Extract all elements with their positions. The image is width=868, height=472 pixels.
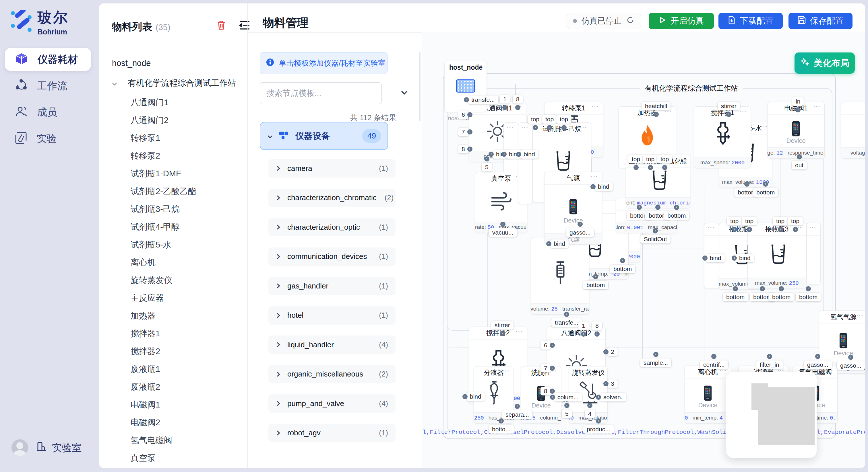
- port-dot-icon[interactable]: ‹: [797, 154, 802, 160]
- port-3[interactable]: 3‹: [608, 379, 618, 388]
- port-dot-icon[interactable]: ‹: [848, 355, 854, 360]
- port-dot-icon[interactable]: ›: [500, 331, 505, 336]
- port-dot-icon[interactable]: ›: [515, 105, 520, 110]
- tree-item[interactable]: 旋转蒸发仪: [131, 275, 172, 286]
- node-menu-icon[interactable]: ⋯: [502, 367, 510, 375]
- port-gasso[interactable]: gasso...‹: [566, 228, 594, 237]
- flow-canvas[interactable]: 有机化学流程综合测试工作站 host_no... l,FilterProtoco…: [422, 32, 865, 468]
- port-colum[interactable]: colum...‹: [554, 393, 582, 401]
- port-heatchill[interactable]: heatchill›: [642, 102, 671, 110]
- port-vacuu[interactable]: vacuu...‹: [489, 228, 517, 237]
- port-dot-icon[interactable]: ‹: [732, 256, 737, 261]
- port-dot-icon[interactable]: ›: [550, 366, 555, 371]
- port-dot-icon[interactable]: ›: [467, 129, 472, 134]
- port-bottom[interactable]: bottom‹: [753, 188, 778, 197]
- node-menu-icon[interactable]: ⋯: [596, 367, 604, 375]
- port-dot-icon[interactable]: ‹: [763, 181, 768, 187]
- category-liquid_handler[interactable]: liquid_handler(4): [268, 336, 396, 354]
- category-camera[interactable]: camera(1): [268, 159, 396, 177]
- tree-item[interactable]: 八通阀门2: [131, 115, 168, 126]
- tree-item[interactable]: 搅拌器2: [131, 346, 160, 357]
- node-menu-icon[interactable]: ⋯: [813, 102, 821, 111]
- port-top[interactable]: top›: [727, 217, 742, 225]
- category-hotel[interactable]: hotel(1): [268, 306, 396, 325]
- port-dot-icon[interactable]: ›: [747, 227, 752, 232]
- port-top[interactable]: top›: [657, 155, 672, 164]
- category-characterization_chromatic[interactable]: characterization_chromatic(2): [268, 189, 396, 207]
- port-dot-icon[interactable]: ›: [662, 165, 668, 170]
- port-dot-icon[interactable]: ‹: [637, 205, 642, 210]
- port-5[interactable]: 5‹: [482, 163, 492, 171]
- tree-item-host-node[interactable]: host_node: [112, 59, 151, 68]
- port-dot-icon[interactable]: ‹: [702, 256, 708, 261]
- port-top[interactable]: top›: [542, 115, 557, 124]
- tree-item[interactable]: 电磁阀1: [131, 399, 160, 411]
- port-dot-icon[interactable]: ‹: [603, 349, 609, 355]
- port-top[interactable]: top›: [773, 217, 788, 225]
- category-organic_miscellaneous[interactable]: organic_miscellaneous(2): [268, 365, 396, 383]
- save-config-button[interactable]: 保存配置: [788, 13, 852, 29]
- tree-item[interactable]: 试剂瓶1-DMF: [131, 168, 181, 179]
- port-dot-icon[interactable]: ‹: [546, 241, 551, 246]
- chevron-down-icon[interactable]: [401, 89, 407, 95]
- port-dot-icon[interactable]: ›: [533, 125, 538, 130]
- node-离心机[interactable]: 离心机⋯Devicetemp: 40min_temp: 4max_spe: [685, 366, 731, 424]
- tree-item[interactable]: 加热器: [131, 310, 156, 322]
- avatar[interactable]: [11, 439, 28, 456]
- port-top[interactable]: top›: [528, 115, 543, 124]
- port-dot-icon[interactable]: ›: [502, 105, 507, 110]
- node-menu-icon[interactable]: ⋯: [590, 172, 598, 181]
- port-dot-icon[interactable]: ›: [726, 112, 732, 117]
- node-menu-icon[interactable]: ⋯: [506, 123, 515, 132]
- port-gasso[interactable]: gasso...‹: [804, 361, 832, 369]
- node-menu-icon[interactable]: ⋯: [521, 123, 529, 132]
- port-out[interactable]: out‹: [792, 161, 807, 169]
- port-separa[interactable]: separa...‹: [502, 410, 532, 419]
- tree-item[interactable]: 废液瓶2: [131, 381, 160, 393]
- tree-item[interactable]: 试剂瓶5-水: [131, 239, 172, 250]
- port-dot-icon[interactable]: ‹: [779, 286, 784, 291]
- port-dot-icon[interactable]: ‹: [564, 312, 569, 317]
- node-搅拌器1[interactable]: 搅拌器1⋯max_speed: 2000: [694, 106, 751, 168]
- category-characterization_optic[interactable]: characterization_optic(1): [268, 218, 396, 236]
- tree-item[interactable]: 搅拌器1: [131, 328, 160, 339]
- tree-item[interactable]: 电磁阀2: [131, 417, 160, 429]
- port-dot-icon[interactable]: ›: [547, 125, 552, 130]
- tree-item[interactable]: 转移泵2: [131, 150, 160, 162]
- category-robot_agv[interactable]: robot_agv(1): [268, 424, 396, 442]
- port-dot-icon[interactable]: ‹: [593, 274, 598, 279]
- node-menu-icon[interactable]: ⋯: [679, 155, 687, 164]
- category-group-instruments[interactable]: 仪器设备 49: [260, 122, 388, 150]
- port-dot-icon[interactable]: ‹: [500, 222, 505, 227]
- node-menu-icon[interactable]: ⋯: [591, 102, 599, 111]
- port-dot-icon[interactable]: ›: [550, 389, 555, 394]
- tree-item[interactable]: 氢气电磁阀: [131, 435, 172, 446]
- port-2[interactable]: 2‹: [608, 347, 618, 356]
- chevron-down-icon[interactable]: [112, 81, 117, 86]
- port-dot-icon[interactable]: ‹: [516, 152, 521, 157]
- port-8[interactable]: 8›: [458, 145, 468, 154]
- port-transfe[interactable]: transfe...‹: [551, 318, 582, 327]
- port-bottom[interactable]: bottom‹: [769, 293, 794, 301]
- port-bottom[interactable]: bottom‹: [664, 211, 689, 220]
- port-dot-icon[interactable]: ›: [778, 227, 783, 232]
- port-dot-icon[interactable]: ‹: [596, 418, 601, 424]
- port-dot-icon[interactable]: ‹: [462, 394, 468, 399]
- port-bottom[interactable]: bottom‹: [723, 293, 748, 301]
- port-dot-icon[interactable]: ‹: [489, 152, 494, 157]
- port-dot-icon[interactable]: ›: [467, 146, 472, 152]
- port-dot-icon[interactable]: ‹: [767, 354, 772, 359]
- port-dot-icon[interactable]: ›: [732, 227, 737, 232]
- tree-item[interactable]: 试剂瓶3-己烷: [131, 204, 180, 215]
- port-dot-icon[interactable]: ‹: [578, 222, 583, 227]
- node-card[interactable]: ⋯voltage: 12: [841, 102, 865, 159]
- port-4[interactable]: 4‹: [585, 409, 595, 418]
- port-dot-icon[interactable]: ‹: [515, 404, 520, 409]
- port-bind[interactable]: bind‹: [466, 392, 485, 401]
- collapse-list-icon[interactable]: [239, 20, 250, 31]
- port-8[interactable]: 8›: [513, 95, 523, 103]
- port-dot-icon[interactable]: ‹: [501, 152, 507, 157]
- tree-item[interactable]: 主反应器: [131, 293, 164, 304]
- port-dot-icon[interactable]: ‹: [733, 286, 738, 291]
- port-dot-icon[interactable]: ‹: [484, 156, 489, 162]
